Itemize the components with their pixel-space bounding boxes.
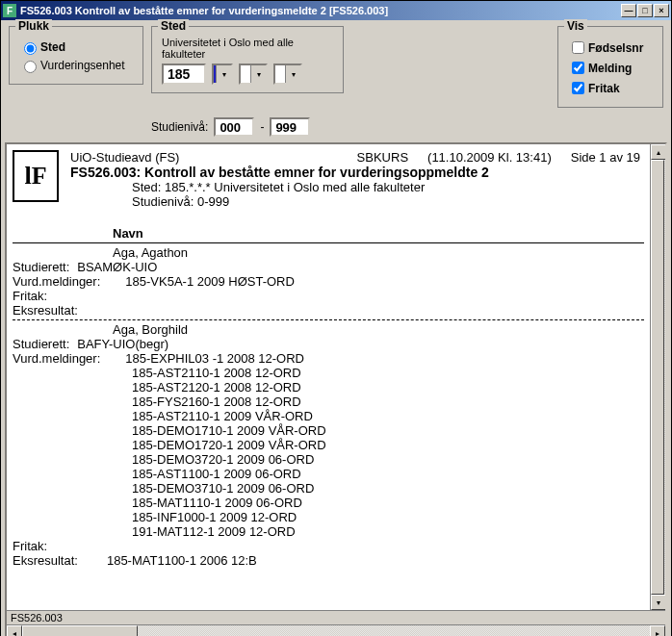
titlebar: F FS526.003 Kontroll av beståtte emner f… <box>1 1 671 20</box>
h-scroll-thumb[interactable] <box>22 625 138 636</box>
student-block: Aga, BorghildStudierett:BAFY-UIO(begr)Vu… <box>7 322 650 568</box>
vis-group: Vis Fødselsnr Melding Fritak <box>557 26 663 108</box>
value-eksresultat <box>78 303 107 318</box>
radio-sted[interactable]: Sted <box>19 39 133 55</box>
app-icon: F <box>3 4 16 17</box>
scroll-right-button[interactable]: ▸ <box>650 625 665 636</box>
vertical-scrollbar[interactable]: ▴ ▾ <box>650 144 665 610</box>
report-header-left: UiO-Studieavd (FS) <box>70 150 179 165</box>
student-block: Aga, AgathonStudierett:BSAMØK-UIOVurd.me… <box>7 245 650 318</box>
scroll-up-button[interactable]: ▴ <box>651 144 665 160</box>
label-vurdmeld: Vurd.meldinger: <box>7 351 100 366</box>
chk-fodselsnr[interactable]: Fødselsnr <box>568 38 653 57</box>
status-bar: FS526.003 <box>7 610 665 624</box>
sted-dropdown-2[interactable]: ▾ <box>239 64 268 85</box>
value-vurdmeld: 185-EXPHIL03 -1 2008 12-ORD <box>100 351 304 366</box>
report-body: lF UiO-Studieavd (FS) SBKURS (11.10.2009… <box>7 144 665 610</box>
sted-picker-button[interactable]: ▾ <box>212 64 233 85</box>
value-vurdmeld: 185-AST2110-1 2009 VÅR-ORD <box>7 409 313 423</box>
value-vurdmeld: 185-AST1100-1 2009 06-ORD <box>7 467 301 481</box>
report-pane: lF UiO-Studieavd (FS) SBKURS (11.10.2009… <box>5 142 667 636</box>
student-name: Aga, Agathon <box>7 245 188 260</box>
label-eksresultat: Eksresultat: <box>7 553 78 568</box>
report-header-date: (11.10.2009 Kl. 13:41) <box>427 150 552 165</box>
value-vurdmeld: 185-FYS2160-1 2008 12-ORD <box>7 394 301 409</box>
radio-sted-input[interactable] <box>24 42 37 55</box>
report-header-mid: SBKURS <box>357 150 408 165</box>
close-button[interactable]: × <box>654 4 669 17</box>
header-rule <box>13 242 644 243</box>
value-studierett: BAFY-UIO(begr) <box>69 337 168 351</box>
value-vurdmeld: 185-DEMO1720-1 2009 VÅR-ORD <box>7 438 326 452</box>
report-title: FS526.003: Kontroll av beståtte emner fo… <box>7 165 650 180</box>
value-vurdmeld: 191-MAT112-1 2009 12-ORD <box>7 524 296 539</box>
label-vurdmeld: Vurd.meldinger: <box>7 274 100 289</box>
studieniva-from[interactable] <box>214 117 254 137</box>
student-name: Aga, Borghild <box>7 322 188 337</box>
navn-column-header: Navn <box>7 226 650 241</box>
value-studierett: BSAMØK-UIO <box>69 260 157 274</box>
value-vurdmeld: 185-INF1000-1 2009 12-ORD <box>7 510 297 524</box>
minimize-button[interactable]: — <box>621 4 636 17</box>
chk-fritak[interactable]: Fritak <box>568 79 653 97</box>
label-studierett: Studierett: <box>7 337 69 351</box>
sted-subtitle: Universitetet i Oslo med alle fakulteter <box>162 37 333 60</box>
value-vurdmeld: 185-DEMO3710-1 2009 06-ORD <box>7 481 314 496</box>
radio-vurderingsenhet[interactable]: Vurderingsenhet <box>19 58 133 73</box>
window-title: FS526.003 Kontroll av beståtte emner for… <box>20 5 621 16</box>
sted-group: Sted Universitetet i Oslo med alle fakul… <box>151 26 344 93</box>
radio-vurd-input[interactable] <box>24 61 37 73</box>
value-vurdmeld: 185-DEMO1710-1 2009 VÅR-ORD <box>7 423 326 438</box>
label-eksresultat: Eksresultat: <box>7 303 78 318</box>
sted-dropdown-3[interactable]: ▾ <box>273 64 302 85</box>
value-vurdmeld: 185-AST2110-1 2008 12-ORD <box>7 366 301 380</box>
value-vurdmeld: 185-MAT1110-1 2009 06-ORD <box>7 496 302 510</box>
studieniva-to[interactable] <box>270 117 310 137</box>
org-logo: lF <box>13 150 59 202</box>
v-scroll-thumb[interactable] <box>651 160 664 595</box>
sted-code-input[interactable] <box>162 64 206 85</box>
report-sub2: Studienivå: 0-999 <box>7 194 650 209</box>
horizontal-scrollbar[interactable]: ◂ ▸ <box>7 624 665 636</box>
plukk-group: Plukk Sted Vurderingsenhet <box>9 26 143 85</box>
scroll-down-button[interactable]: ▾ <box>651 595 665 610</box>
scroll-left-button[interactable]: ◂ <box>7 625 22 636</box>
app-window: F FS526.003 Kontroll av beståtte emner f… <box>0 0 672 636</box>
filter-toolbar: Plukk Sted Vurderingsenhet Sted Universi… <box>1 20 671 110</box>
report-sub1: Sted: 185.*.*.* Universitetet i Oslo med… <box>7 180 650 194</box>
vis-legend: Vis <box>564 19 587 33</box>
label-fritak: Fritak: <box>7 289 47 303</box>
maximize-button[interactable]: □ <box>637 4 653 17</box>
plukk-legend: Plukk <box>15 19 52 33</box>
value-vurdmeld: 185-VK5A-1 2009 HØST-ORD <box>100 274 295 289</box>
value-vurdmeld: 185-DEMO3720-1 2009 06-ORD <box>7 452 314 467</box>
value-fritak <box>47 289 55 303</box>
sted-legend: Sted <box>158 19 189 33</box>
student-separator <box>13 319 644 320</box>
studieniva-row: Studienivå: - <box>151 117 671 137</box>
report-header-page: Side 1 av 19 <box>571 150 640 165</box>
value-vurdmeld: 185-AST2120-1 2008 12-ORD <box>7 380 301 394</box>
value-fritak <box>47 539 55 553</box>
studieniva-label: Studienivå: <box>151 120 208 134</box>
chk-melding[interactable]: Melding <box>568 59 653 77</box>
label-studierett: Studierett: <box>7 260 69 274</box>
value-eksresultat: 185-MAT1100-1 2006 12:B <box>78 553 257 568</box>
label-fritak: Fritak: <box>7 539 47 553</box>
